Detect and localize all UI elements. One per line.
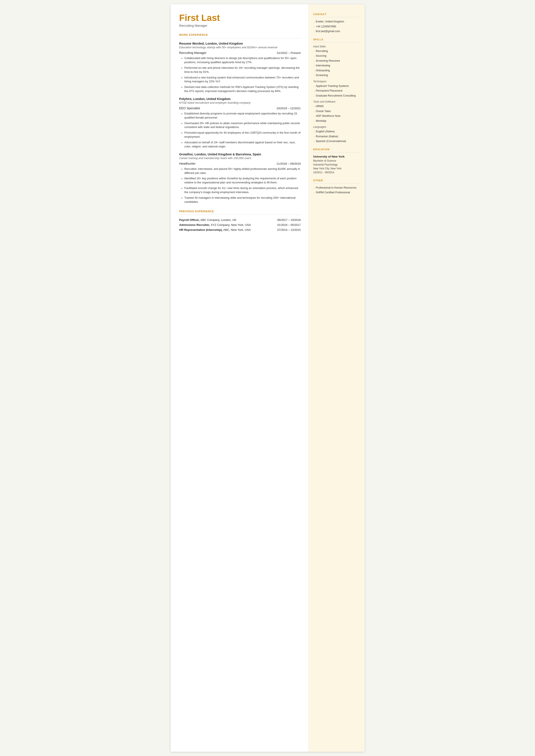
role-1-title: Recruiting Manager — [179, 51, 207, 55]
hard-skills-list: Recruiting Sourcing Screening Resumes In… — [313, 49, 360, 77]
bullet-item: Devised new data collection methods for … — [181, 85, 301, 93]
bullet-item: Facilitated smooth change for 41+ new hi… — [181, 186, 301, 194]
bullet-item: Overhauled 29+ HR policies to attain max… — [181, 121, 301, 129]
skills-section-title: SKILLS — [313, 38, 360, 41]
technique-ats: Applicant Tracking Systems — [313, 84, 360, 88]
bullet-item: Performed on-site and phone interviews f… — [181, 66, 301, 74]
tool-adp: ADP Workforce Now — [313, 114, 360, 118]
role-1-dates: 01/2022 – Present — [277, 51, 300, 55]
prev-exp-row-1: Payroll Officer, ABC Company, London, UK… — [179, 218, 301, 222]
skill-interviewing: Interviewing — [313, 64, 360, 68]
role-2-row: EEO Specialist 10/2019 – 12/2021 — [179, 106, 301, 110]
tools-label: Tools and Software: — [313, 100, 360, 103]
role-3-title: Headhunter — [179, 162, 196, 165]
tool-hrms: HRMS — [313, 104, 360, 108]
edu-location: New York City, New York — [313, 167, 360, 170]
prev-exp-role-2: Admissions Recruiter, XYZ Company, New Y… — [179, 223, 251, 227]
techniques-label: Techniques: — [313, 80, 360, 83]
language-spanish: Spanish (Conversational) — [313, 139, 360, 143]
other-item-2: SHRM Certified Professional — [313, 191, 360, 195]
education-divider — [313, 152, 360, 153]
technique-perm-placement: Permanent Placement — [313, 89, 360, 93]
other-list: Professional in Human Resources SHRM Cer… — [313, 186, 360, 195]
edu-field: Industrial Psychology — [313, 163, 360, 167]
edu-dates: 10/2011 - 06/2014 — [313, 170, 360, 174]
skill-screening: Screening — [313, 73, 360, 77]
resume-page: First Last Recruiting Manager WORK EXPER… — [171, 4, 365, 752]
technique-grad-recruit: Graduate Recruitment Consulting — [313, 94, 360, 98]
education-entry-1: University of New York Bachelor of Scien… — [313, 155, 360, 174]
language-romanian: Romanian (Native) — [313, 135, 360, 139]
prev-exp-dates-1: 06/2017 – 10/2018 — [277, 218, 300, 222]
tool-workday: Workday — [313, 119, 360, 123]
role-3-row: Headhunter 11/2018 – 09/2019 — [179, 162, 301, 165]
bullet-item: Established diversity programs to promot… — [181, 112, 301, 120]
bullet-item: Recruited, interviewed, and placed 50+ h… — [181, 167, 301, 175]
company-3-desc: Career training and membership SaaS with… — [179, 156, 301, 160]
contact-item-phone: +44 1234567890 — [313, 25, 360, 29]
tool-oracle-taleo: Oracle Taleo — [313, 109, 360, 113]
edu-school-name: University of New York — [313, 155, 360, 158]
contact-item-location: Exeter, United Kingdom — [313, 20, 360, 24]
skill-onboarding: Onboarding — [313, 69, 360, 72]
job-3-bullets: Recruited, interviewed, and placed 50+ h… — [179, 167, 301, 204]
prev-exp-dates-3: 07/2014 – 12/2015 — [277, 228, 300, 232]
contact-list: Exeter, United Kingdom +44 1234567890 fi… — [313, 20, 360, 33]
company-1-name: Resume Worded, London, United Kingdom — [179, 42, 301, 45]
language-english: English (Native) — [313, 130, 360, 134]
other-section-title: OTHER — [313, 179, 360, 182]
prev-exp-row-2: Admissions Recruiter, XYZ Company, New Y… — [179, 223, 301, 227]
prev-exp-dates-2: 01/2016 – 05/2017 — [277, 223, 300, 227]
techniques-list: Applicant Tracking Systems Permanent Pla… — [313, 84, 360, 98]
bullet-item: Introduced a new tracking system that en… — [181, 76, 301, 84]
skill-screening-resumes: Screening Resumes — [313, 59, 360, 63]
job-3: Growthsi, London, United Kingdom & Barce… — [179, 153, 301, 204]
skill-recruiting: Recruiting — [313, 49, 360, 53]
role-2-title: EEO Specialist — [179, 106, 200, 110]
contact-item-email: first.last@gmail.com — [313, 30, 360, 33]
left-column: First Last Recruiting Manager WORK EXPER… — [171, 4, 309, 752]
job-1: Resume Worded, London, United Kingdom Ed… — [179, 42, 301, 93]
hard-skills-label: Hard Skills: — [313, 45, 360, 48]
job-2: Polyhire, London, United Kingdom NYSE-li… — [179, 97, 301, 149]
job-2-bullets: Established diversity programs to promot… — [179, 112, 301, 149]
bullet-item: Promoted equal opportunity for 40 employ… — [181, 131, 301, 139]
company-2-name: Polyhire, London, United Kingdom — [179, 97, 301, 101]
languages-label: Languages: — [313, 126, 360, 128]
job-1-bullets: Collaborated with hiring directors to de… — [179, 56, 301, 93]
bullet-item: Identified 19+ key positions within Grow… — [181, 177, 301, 185]
role-1-row: Recruiting Manager 01/2022 – Present — [179, 51, 301, 55]
right-column: CONTACT Exeter, United Kingdom +44 12345… — [309, 4, 365, 752]
company-1-desc: Education technology startup with 50+ em… — [179, 46, 301, 49]
contact-section-title: CONTACT — [313, 13, 360, 15]
edu-degree: Bachelor of Science — [313, 159, 360, 163]
bullet-item: Trained 30 managers in interviewing skil… — [181, 196, 301, 204]
other-item-1: Professional in Human Resources — [313, 186, 360, 190]
work-experience-section-title: WORK EXPERIENCE — [179, 33, 301, 37]
tools-list: HRMS Oracle Taleo ADP Workforce Now Work… — [313, 104, 360, 123]
role-3-dates: 11/2018 – 09/2019 — [276, 162, 301, 165]
prev-exp-row-3: HR Representative (Internship), ABC, New… — [179, 228, 301, 232]
skill-sourcing: Sourcing — [313, 54, 360, 58]
education-section-title: EDUCATION — [313, 148, 360, 151]
company-3-name: Growthsi, London, United Kingdom & Barce… — [179, 153, 301, 156]
other-divider — [313, 183, 360, 183]
prev-exp-role-1: Payroll Officer, ABC Company, London, UK — [179, 218, 236, 222]
bullet-item: Collaborated with hiring directors to de… — [181, 56, 301, 65]
role-2-dates: 10/2019 – 12/2021 — [276, 107, 301, 110]
company-2-desc: NYSE-listed recruitment and employer bra… — [179, 101, 301, 104]
candidate-title: Recruiting Manager — [179, 24, 301, 27]
prev-exp-role-3: HR Representative (Internship), ABC, New… — [179, 228, 251, 232]
skills-divider — [313, 42, 360, 42]
candidate-name: First Last — [179, 13, 301, 23]
bullet-item: Advocated on behalf of 19+ staff members… — [181, 141, 301, 149]
languages-list: English (Native) Romanian (Native) Spani… — [313, 130, 360, 143]
prev-exp-list: Payroll Officer, ABC Company, London, UK… — [179, 218, 301, 232]
prev-exp-section-title: PREVIOUS EXPERIENCE — [179, 210, 301, 213]
